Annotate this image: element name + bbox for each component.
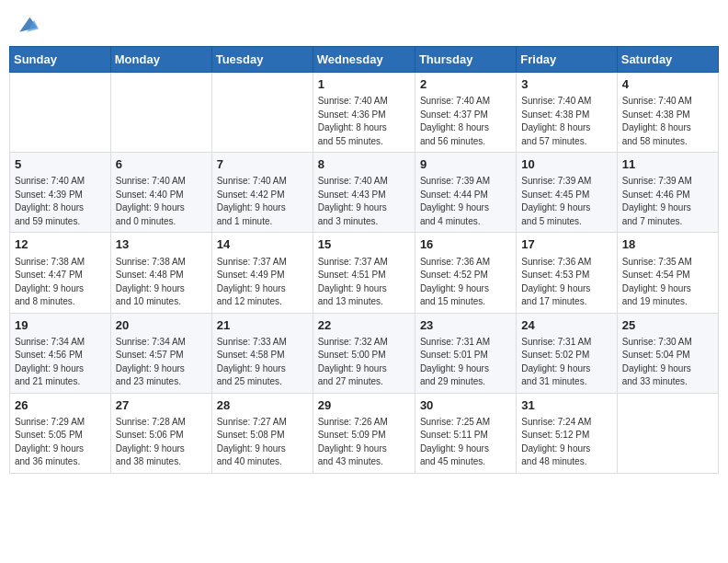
day-info: Sunrise: 7:40 AM Sunset: 4:38 PM Dayligh… (521, 95, 611, 148)
day-number: 15 (318, 236, 410, 253)
calendar-cell: 17Sunrise: 7:36 AM Sunset: 4:53 PM Dayli… (517, 233, 617, 313)
calendar-cell (617, 393, 718, 473)
calendar-cell: 25Sunrise: 7:30 AM Sunset: 5:04 PM Dayli… (617, 313, 718, 393)
day-info: Sunrise: 7:34 AM Sunset: 4:56 PM Dayligh… (15, 336, 106, 389)
day-number: 13 (116, 236, 207, 253)
calendar-cell: 19Sunrise: 7:34 AM Sunset: 4:56 PM Dayli… (10, 313, 111, 393)
calendar-cell: 7Sunrise: 7:40 AM Sunset: 4:42 PM Daylig… (211, 153, 313, 233)
day-number: 20 (116, 317, 207, 334)
calendar-cell: 24Sunrise: 7:31 AM Sunset: 5:02 PM Dayli… (517, 313, 617, 393)
day-info: Sunrise: 7:36 AM Sunset: 4:52 PM Dayligh… (420, 256, 511, 309)
day-info: Sunrise: 7:31 AM Sunset: 5:02 PM Dayligh… (521, 336, 611, 389)
day-info: Sunrise: 7:37 AM Sunset: 4:49 PM Dayligh… (217, 256, 308, 309)
day-number: 31 (521, 397, 611, 414)
week-row-2: 5Sunrise: 7:40 AM Sunset: 4:39 PM Daylig… (10, 153, 719, 233)
calendar-cell: 4Sunrise: 7:40 AM Sunset: 4:38 PM Daylig… (617, 73, 718, 153)
day-info: Sunrise: 7:40 AM Sunset: 4:42 PM Dayligh… (217, 175, 308, 228)
day-number: 5 (15, 156, 106, 173)
week-row-5: 26Sunrise: 7:29 AM Sunset: 5:05 PM Dayli… (10, 393, 719, 473)
calendar-cell: 23Sunrise: 7:31 AM Sunset: 5:01 PM Dayli… (415, 313, 516, 393)
day-info: Sunrise: 7:36 AM Sunset: 4:53 PM Dayligh… (521, 256, 611, 309)
calendar-cell: 11Sunrise: 7:39 AM Sunset: 4:46 PM Dayli… (617, 153, 718, 233)
calendar-cell: 28Sunrise: 7:27 AM Sunset: 5:08 PM Dayli… (211, 393, 313, 473)
day-info: Sunrise: 7:40 AM Sunset: 4:38 PM Dayligh… (622, 95, 713, 148)
calendar-cell (110, 73, 211, 153)
week-row-1: 1Sunrise: 7:40 AM Sunset: 4:36 PM Daylig… (10, 73, 719, 153)
day-number: 14 (217, 236, 308, 253)
day-info: Sunrise: 7:39 AM Sunset: 4:44 PM Dayligh… (420, 175, 511, 228)
day-number: 22 (318, 317, 410, 334)
calendar-cell: 10Sunrise: 7:39 AM Sunset: 4:45 PM Dayli… (517, 153, 617, 233)
day-number: 29 (318, 397, 410, 414)
calendar-cell: 9Sunrise: 7:39 AM Sunset: 4:44 PM Daylig… (415, 153, 516, 233)
day-info: Sunrise: 7:40 AM Sunset: 4:40 PM Dayligh… (116, 175, 207, 228)
calendar-cell: 22Sunrise: 7:32 AM Sunset: 5:00 PM Dayli… (313, 313, 415, 393)
calendar-cell: 3Sunrise: 7:40 AM Sunset: 4:38 PM Daylig… (517, 73, 617, 153)
day-number: 23 (420, 317, 511, 334)
day-number: 7 (217, 156, 308, 173)
calendar-cell: 5Sunrise: 7:40 AM Sunset: 4:39 PM Daylig… (10, 153, 111, 233)
day-number: 11 (622, 156, 713, 173)
day-info: Sunrise: 7:39 AM Sunset: 4:46 PM Dayligh… (622, 175, 713, 228)
day-info: Sunrise: 7:40 AM Sunset: 4:39 PM Dayligh… (15, 175, 106, 228)
weekday-header-thursday: Thursday (415, 47, 516, 73)
weekday-header-monday: Monday (110, 47, 211, 73)
day-number: 25 (622, 317, 713, 334)
calendar-cell (211, 73, 313, 153)
day-info: Sunrise: 7:38 AM Sunset: 4:48 PM Dayligh… (116, 256, 207, 309)
calendar-cell: 13Sunrise: 7:38 AM Sunset: 4:48 PM Dayli… (110, 233, 211, 313)
calendar-table: SundayMondayTuesdayWednesdayThursdayFrid… (9, 46, 719, 474)
day-info: Sunrise: 7:28 AM Sunset: 5:06 PM Dayligh… (116, 416, 207, 469)
day-number: 21 (217, 317, 308, 334)
day-number: 10 (521, 156, 611, 173)
logo-icon (17, 13, 39, 35)
calendar-cell: 30Sunrise: 7:25 AM Sunset: 5:11 PM Dayli… (415, 393, 516, 473)
day-info: Sunrise: 7:38 AM Sunset: 4:47 PM Dayligh… (15, 256, 106, 309)
day-number: 4 (622, 76, 713, 93)
calendar-cell: 8Sunrise: 7:40 AM Sunset: 4:43 PM Daylig… (313, 153, 415, 233)
day-number: 24 (521, 317, 611, 334)
week-row-3: 12Sunrise: 7:38 AM Sunset: 4:47 PM Dayli… (10, 233, 719, 313)
day-info: Sunrise: 7:32 AM Sunset: 5:00 PM Dayligh… (318, 336, 410, 389)
weekday-header-sunday: Sunday (10, 47, 111, 73)
day-info: Sunrise: 7:24 AM Sunset: 5:12 PM Dayligh… (521, 416, 611, 469)
calendar-cell (10, 73, 111, 153)
calendar-cell: 18Sunrise: 7:35 AM Sunset: 4:54 PM Dayli… (617, 233, 718, 313)
calendar-cell: 1Sunrise: 7:40 AM Sunset: 4:36 PM Daylig… (313, 73, 415, 153)
weekday-header-friday: Friday (517, 47, 617, 73)
day-info: Sunrise: 7:40 AM Sunset: 4:36 PM Dayligh… (318, 95, 410, 148)
day-number: 27 (116, 397, 207, 414)
calendar-cell: 15Sunrise: 7:37 AM Sunset: 4:51 PM Dayli… (313, 233, 415, 313)
day-info: Sunrise: 7:27 AM Sunset: 5:08 PM Dayligh… (217, 416, 308, 469)
day-info: Sunrise: 7:33 AM Sunset: 4:58 PM Dayligh… (217, 336, 308, 389)
day-info: Sunrise: 7:34 AM Sunset: 4:57 PM Dayligh… (116, 336, 207, 389)
weekday-header-saturday: Saturday (617, 47, 718, 73)
day-info: Sunrise: 7:40 AM Sunset: 4:37 PM Dayligh… (420, 95, 511, 148)
day-number: 28 (217, 397, 308, 414)
calendar-cell: 26Sunrise: 7:29 AM Sunset: 5:05 PM Dayli… (10, 393, 111, 473)
day-info: Sunrise: 7:35 AM Sunset: 4:54 PM Dayligh… (622, 256, 713, 309)
calendar-cell: 31Sunrise: 7:24 AM Sunset: 5:12 PM Dayli… (517, 393, 617, 473)
day-number: 16 (420, 236, 511, 253)
day-info: Sunrise: 7:25 AM Sunset: 5:11 PM Dayligh… (420, 416, 511, 469)
day-info: Sunrise: 7:40 AM Sunset: 4:43 PM Dayligh… (318, 175, 410, 228)
calendar-cell: 29Sunrise: 7:26 AM Sunset: 5:09 PM Dayli… (313, 393, 415, 473)
weekday-header-wednesday: Wednesday (313, 47, 415, 73)
calendar-cell: 14Sunrise: 7:37 AM Sunset: 4:49 PM Dayli… (211, 233, 313, 313)
day-number: 1 (318, 76, 410, 93)
day-number: 30 (420, 397, 511, 414)
day-info: Sunrise: 7:31 AM Sunset: 5:01 PM Dayligh… (420, 336, 511, 389)
calendar-cell: 2Sunrise: 7:40 AM Sunset: 4:37 PM Daylig… (415, 73, 516, 153)
page-header (9, 9, 719, 39)
day-info: Sunrise: 7:29 AM Sunset: 5:05 PM Dayligh… (15, 416, 106, 469)
day-number: 17 (521, 236, 611, 253)
day-number: 12 (15, 236, 106, 253)
calendar-cell: 21Sunrise: 7:33 AM Sunset: 4:58 PM Dayli… (211, 313, 313, 393)
day-number: 3 (521, 76, 611, 93)
calendar-cell: 20Sunrise: 7:34 AM Sunset: 4:57 PM Dayli… (110, 313, 211, 393)
day-info: Sunrise: 7:26 AM Sunset: 5:09 PM Dayligh… (318, 416, 410, 469)
logo (15, 13, 39, 35)
day-info: Sunrise: 7:30 AM Sunset: 5:04 PM Dayligh… (622, 336, 713, 389)
day-number: 6 (116, 156, 207, 173)
calendar-cell: 27Sunrise: 7:28 AM Sunset: 5:06 PM Dayli… (110, 393, 211, 473)
